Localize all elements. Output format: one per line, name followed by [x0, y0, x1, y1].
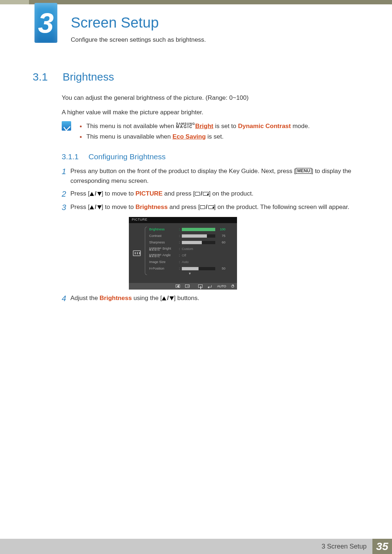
triangle-down-icon — [97, 192, 102, 196]
note-item-2: This menu is unavailable when Eco Saving… — [80, 132, 359, 142]
steps-list: 1 Press any button on the front of the p… — [62, 166, 359, 215]
osd-row-brightness: Brightness: 100 — [146, 226, 233, 233]
note-item-1: This menu is not available when SAMSUNGM… — [80, 121, 359, 132]
osd-row-h-position: H-Position: 50 — [146, 265, 233, 272]
osd-minus-icon — [185, 284, 193, 288]
osd-footer: AUTO — [129, 283, 237, 289]
note-icon — [62, 121, 71, 131]
subsection-title: Configuring Brightness — [89, 152, 166, 161]
subsection-number: 3.1.1 — [62, 152, 86, 161]
enter-rect-arrow-icon — [208, 205, 214, 209]
osd-row-magic-angle: SAMSUNGMAGIC Angle: Off — [146, 252, 233, 259]
menu-key-icon: MENU — [296, 168, 311, 174]
osd-more-arrow: ▼ — [146, 272, 233, 276]
section-title: Brightness — [62, 71, 114, 83]
osd-menu: Brightness: 100 Contrast: 75 Sharpness: … — [145, 223, 237, 283]
enter-rect-icon — [195, 192, 200, 196]
enter-rect-arrow-icon — [203, 192, 209, 196]
note-block: This menu is not available when SAMSUNGM… — [62, 121, 359, 142]
step-3: 3 Press [/] to move to Brightness and pr… — [62, 202, 359, 212]
section-heading: 3.1 Brightness — [33, 71, 359, 83]
osd-plus-icon — [198, 284, 203, 288]
triangle-down-icon — [170, 296, 174, 300]
triangle-up-icon — [162, 296, 166, 300]
osd-row-image-size: Image Size: Auto — [146, 259, 233, 265]
footer-page-number: 35 — [372, 539, 392, 554]
subsection-heading: 3.1.1 Configuring Brightness — [62, 152, 166, 161]
chapter-number-badge: 3 — [34, 3, 57, 43]
osd-row-contrast: Contrast: 75 — [146, 233, 233, 239]
triangle-up-icon — [90, 205, 94, 209]
chapter-description: Configure the screen settings such as br… — [71, 36, 206, 44]
chapter-title: Screen Setup — [71, 15, 159, 31]
osd-auto-label: AUTO — [217, 284, 226, 288]
osd-enter-icon — [208, 285, 212, 288]
osd-header: PICTURE — [129, 217, 237, 223]
top-decor-bar — [0, 0, 392, 4]
footer-chapter-label: 3 Screen Setup — [322, 543, 372, 550]
section-number: 3.1 — [33, 71, 61, 83]
enter-rect-icon — [200, 205, 205, 209]
section-paragraph-2: A higher value will make the picture app… — [62, 108, 359, 117]
triangle-down-icon — [97, 205, 102, 209]
page-footer: 3 Screen Setup 35 — [0, 539, 392, 554]
step-4: 4 Adjust the Brightness using the [/] bu… — [62, 293, 359, 306]
osd-row-sharpness: Sharpness: 60 — [146, 239, 233, 246]
step-1: 1 Press any button on the front of the p… — [62, 166, 359, 186]
osd-back-icon — [176, 284, 180, 288]
section-paragraph-1: You can adjust the general brightness of… — [62, 94, 359, 102]
osd-row-magic-bright: SAMSUNGMAGIC Bright: Custom — [146, 246, 233, 252]
osd-power-icon — [231, 285, 234, 288]
triangle-up-icon — [90, 192, 94, 196]
osd-category-icon — [129, 223, 145, 283]
step-2: 2 Press [/] to move to PICTURE and press… — [62, 189, 359, 199]
osd-screenshot: PICTURE Brightness: 100 Contrast: 75 Sha… — [129, 217, 237, 290]
